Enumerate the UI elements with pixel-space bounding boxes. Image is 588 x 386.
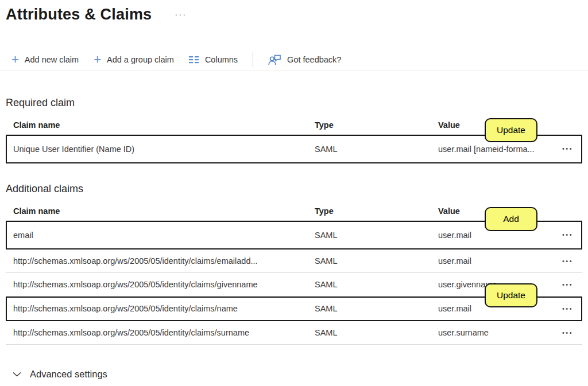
column-header-claim-name[interactable]: Claim name bbox=[6, 206, 315, 216]
plus-icon: + bbox=[11, 55, 19, 64]
claim-type-cell: SAML bbox=[315, 145, 438, 154]
page-title: Attributes & Claims bbox=[6, 6, 152, 24]
add-new-claim-button[interactable]: + Add new claim bbox=[11, 55, 79, 64]
claim-value-cell: user.mail [nameid-forma... bbox=[438, 145, 560, 154]
add-new-claim-label: Add new claim bbox=[25, 55, 79, 64]
got-feedback-button[interactable]: Got feedback? bbox=[268, 54, 341, 65]
claim-value-cell: user.mail bbox=[438, 231, 560, 240]
column-header-claim-name[interactable]: Claim name bbox=[6, 120, 315, 130]
page-context-menu-button[interactable]: ··· bbox=[175, 10, 187, 18]
claim-type-cell: SAML bbox=[315, 256, 438, 266]
claim-name-cell: http://schemas.xmlsoap.org/ws/2005/05/id… bbox=[6, 280, 315, 289]
advanced-settings-label: Advanced settings bbox=[30, 369, 107, 380]
annotation-callout-update-required: Update bbox=[485, 118, 537, 142]
row-ellipsis-menu-button[interactable]: ••• bbox=[562, 231, 573, 239]
claim-name-cell: http://schemas.xmlsoap.org/ws/2005/05/id… bbox=[6, 328, 315, 337]
add-group-claim-label: Add a group claim bbox=[107, 55, 174, 64]
column-header-type[interactable]: Type bbox=[315, 206, 438, 216]
additional-claims-heading: Additional claims bbox=[6, 182, 588, 195]
row-ellipsis-menu-button[interactable]: ••• bbox=[562, 145, 573, 153]
claim-value-cell: user.surname bbox=[438, 328, 560, 337]
column-header-type[interactable]: Type bbox=[315, 120, 438, 130]
table-row-surname[interactable]: http://schemas.xmlsoap.org/ws/2005/05/id… bbox=[6, 321, 582, 345]
got-feedback-label: Got feedback? bbox=[287, 55, 341, 64]
required-claim-heading: Required claim bbox=[6, 96, 588, 109]
page-header: Attributes & Claims ··· bbox=[0, 0, 588, 24]
attributes-claims-page: Attributes & Claims ··· + Add new claim … bbox=[0, 0, 588, 380]
annotation-callout-update-name: Update bbox=[485, 283, 537, 307]
claim-type-cell: SAML bbox=[315, 328, 438, 337]
claim-name-cell: email bbox=[6, 231, 315, 240]
row-ellipsis-menu-button[interactable]: ••• bbox=[562, 257, 573, 266]
columns-button[interactable]: Columns bbox=[189, 55, 238, 64]
row-ellipsis-menu-button[interactable]: ••• bbox=[562, 329, 573, 337]
claim-name-cell: http://schemas.xmlsoap.org/ws/2005/05/id… bbox=[6, 304, 315, 313]
add-group-claim-button[interactable]: + Add a group claim bbox=[94, 55, 174, 64]
claim-type-cell: SAML bbox=[315, 231, 438, 240]
advanced-settings-toggle[interactable]: Advanced settings bbox=[13, 369, 107, 380]
table-row-emailaddress[interactable]: http://schemas.xmlsoap.org/ws/2005/05/id… bbox=[6, 249, 582, 273]
columns-icon bbox=[189, 56, 199, 64]
feedback-person-icon bbox=[268, 54, 281, 65]
toolbar-divider bbox=[253, 52, 253, 67]
chevron-down-icon bbox=[13, 372, 21, 377]
claim-type-cell: SAML bbox=[315, 304, 438, 313]
row-ellipsis-menu-button[interactable]: ••• bbox=[562, 280, 573, 289]
plus-icon: + bbox=[94, 55, 101, 64]
row-ellipsis-menu-button[interactable]: ••• bbox=[562, 305, 573, 313]
claim-value-cell: user.mail bbox=[438, 256, 560, 266]
columns-label: Columns bbox=[205, 55, 238, 64]
claim-name-cell: http://schemas.xmlsoap.org/ws/2005/05/id… bbox=[6, 256, 315, 266]
command-bar: + Add new claim + Add a group claim Colu… bbox=[0, 49, 588, 71]
annotation-callout-add: Add bbox=[485, 207, 537, 231]
claim-name-cell: Unique User Identifier (Name ID) bbox=[6, 145, 315, 154]
claim-type-cell: SAML bbox=[315, 280, 438, 289]
